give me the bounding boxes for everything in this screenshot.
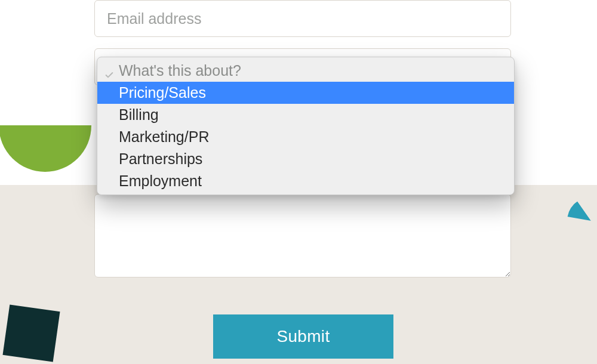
topic-dropdown[interactable]: What's this about? Pricing/Sales Billing…	[97, 57, 515, 195]
email-field[interactable]	[94, 0, 511, 37]
dropdown-option-label: Employment	[119, 172, 202, 190]
dropdown-option-billing[interactable]: Billing	[97, 104, 514, 126]
dropdown-option-label: Billing	[119, 106, 159, 124]
message-textarea[interactable]	[94, 194, 511, 277]
dropdown-option-employment[interactable]: Employment	[97, 170, 514, 192]
dropdown-option-placeholder[interactable]: What's this about?	[97, 60, 514, 82]
dropdown-option-label: What's this about?	[119, 62, 241, 79]
dropdown-option-marketing-pr[interactable]: Marketing/PR	[97, 126, 514, 148]
dropdown-option-label: Pricing/Sales	[119, 84, 206, 101]
dropdown-option-partnerships[interactable]: Partnerships	[97, 148, 514, 170]
dropdown-option-label: Partnerships	[119, 150, 202, 168]
check-icon	[104, 66, 114, 76]
submit-button[interactable]: Submit	[213, 314, 393, 359]
dropdown-option-label: Marketing/PR	[119, 128, 209, 146]
decorative-green-semicircle	[0, 125, 91, 172]
dropdown-option-pricing-sales[interactable]: Pricing/Sales	[97, 82, 514, 104]
decorative-dark-square	[2, 304, 60, 362]
